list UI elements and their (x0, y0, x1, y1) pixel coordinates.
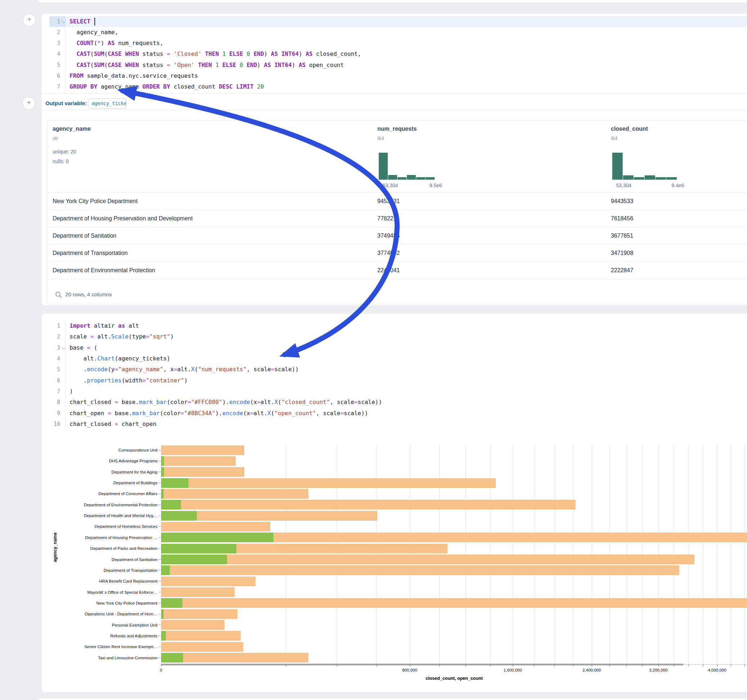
code-line[interactable]: 2 agency_name, (41, 27, 747, 38)
y-axis-label: Department of Housing Preservation … (41, 535, 157, 540)
y-axis-tick (159, 472, 161, 472)
open_count-bar (161, 598, 182, 608)
open_count-bar (161, 511, 197, 520)
code-text: COUNT(*) AS num_requests, (70, 38, 163, 48)
code-line[interactable]: 1import altair as alt (41, 320, 747, 331)
x-axis-title: closed_count, open_count (161, 676, 747, 681)
x-axis-tick (626, 664, 627, 667)
line-number: 2 (41, 27, 60, 38)
y-axis-tick (159, 581, 161, 582)
y-axis-tick (159, 603, 161, 603)
closed_count-bar (161, 489, 308, 499)
gutter-separator (65, 16, 66, 93)
code-line[interactable]: 2scale = alt.Scale(type="sqrt") (41, 331, 747, 342)
x-axis-tick (513, 664, 513, 667)
table-row[interactable]: Department of Sanitation37494853677651 (47, 227, 747, 245)
code-line[interactable]: 4 alt.Chart(agency_tickets) (41, 353, 747, 364)
table-row[interactable]: Department of Housing Preservation and D… (47, 210, 747, 228)
table-row[interactable]: New York City Police Department945313194… (47, 193, 747, 210)
code-line[interactable]: 8chart_closed = base.mark_bar(color="#FF… (41, 397, 747, 407)
x-axis-tick (689, 664, 689, 667)
add-cell-button-output[interactable]: + (22, 97, 35, 110)
column-header[interactable]: num_requests (377, 126, 417, 132)
code-line[interactable]: 3base = ( (41, 342, 747, 353)
y-axis-label: Department of Consumer Affairs (41, 491, 157, 496)
table-cell: New York City Police Department (53, 193, 138, 210)
x-axis-tick (674, 664, 674, 667)
code-line[interactable]: 1SELECT (41, 16, 747, 27)
code-line[interactable]: 10chart_closed + chart_open (41, 419, 747, 430)
x-axis-tick (592, 664, 592, 667)
line-number: 7 (41, 81, 60, 92)
code-line[interactable]: 6FROM sample_data.nyc.service_requests (41, 71, 747, 81)
y-axis-label: Senior Citizen Rent Increase Exempti… (41, 644, 157, 649)
line-number: 5 (41, 60, 60, 71)
search-icon[interactable] (55, 291, 62, 298)
closed_count-bar (161, 598, 747, 608)
y-axis-tick (159, 625, 161, 625)
table-cell: 3471908 (611, 244, 633, 262)
code-text: SELECT (70, 16, 94, 27)
y-axis-label: Department of Health and Mental Hyg… (41, 513, 157, 518)
column-header[interactable]: closed_count (611, 126, 648, 132)
sql-editor[interactable]: 1SELECT 2 agency_name,3 COUNT(*) AS num_… (41, 16, 747, 93)
x-axis-tick-label: 1,600,000 (504, 668, 522, 672)
y-axis-label: DHS Advantage Programs (41, 459, 157, 463)
x-axis-tick-label: 4,000,000 (708, 668, 726, 672)
y-axis-label: Personal Exemption Unit (41, 623, 157, 628)
code-line[interactable]: 6 .properties(width="container") (41, 375, 747, 386)
table-cell: Department of Transportation (53, 244, 127, 262)
histogram-bar (416, 177, 425, 180)
code-line[interactable]: 5 CAST(SUM(CASE WHEN status = 'Open' THE… (41, 60, 747, 71)
histogram-min-label: 53,304 (616, 183, 632, 188)
code-line[interactable]: 3 COUNT(*) AS num_requests, (41, 38, 747, 48)
open_count-bar (161, 565, 170, 575)
y-axis-label: Department of Parks and Recreation (41, 546, 157, 551)
y-axis-tick (159, 527, 161, 527)
altair-chart: Correspondence UnitDHS Advantage Program… (41, 436, 747, 688)
table-row[interactable]: Department of Environmental Protection22… (47, 262, 747, 279)
code-line[interactable]: 7) (41, 386, 747, 397)
y-axis-tick (159, 647, 161, 647)
x-axis-tick (609, 664, 610, 667)
code-line[interactable]: 4 CAST(SUM(CASE WHEN status = 'Closed' T… (41, 48, 747, 59)
code-line[interactable]: 9chart_open = base.mark_bar(color="#8BC3… (41, 408, 747, 419)
x-axis-tick-label: 800,000 (402, 668, 417, 672)
y-axis-tick (159, 658, 161, 658)
table-cell: 3774892 (377, 244, 400, 262)
line-number: 9 (41, 408, 60, 419)
code-line[interactable]: 5 .encode(y="agency_name", x=alt.X("num_… (41, 364, 747, 375)
table-cell: 7782211 (377, 210, 399, 227)
column-header[interactable]: agency_name (53, 126, 91, 132)
histogram-bar (426, 177, 435, 180)
table-cell: 2222847 (611, 262, 633, 279)
table-cell: 3677651 (611, 227, 633, 244)
code-text: ) (70, 386, 73, 397)
next-cell-edge (38, 698, 747, 700)
closed_count-bar (161, 642, 243, 652)
table-cell: 7618456 (611, 210, 633, 227)
histogram-bar (623, 175, 634, 180)
open_count-bar (161, 544, 236, 554)
open_count-bar (161, 478, 189, 488)
closed_count-bar (161, 478, 496, 488)
code-text: import altair as alt (70, 320, 139, 331)
output-variable-pill[interactable]: agency_tickets (88, 98, 127, 109)
y-axis-label: Operations Unit - Department of Hom… (41, 611, 157, 617)
table-cell: Department of Housing Preservation and D… (53, 210, 193, 227)
open_count-bar (161, 500, 181, 510)
closed_count-bar (161, 565, 679, 575)
line-number: 2 (41, 331, 60, 342)
code-line[interactable]: 7GROUP BY agency_name ORDER BY closed_co… (41, 81, 747, 92)
closed_count-bar (161, 467, 244, 477)
code-text: CAST(SUM(CASE WHEN status = 'Open' THEN … (70, 60, 344, 71)
add-cell-button-top[interactable]: + (23, 14, 36, 27)
python-editor[interactable]: 1import altair as alt2scale = alt.Scale(… (41, 320, 747, 430)
x-axis-tick (717, 664, 717, 667)
closed_count-bar (161, 500, 576, 510)
line-number: 4 (41, 353, 60, 364)
closed_count-bar (161, 522, 270, 531)
row-count-text: 20 rows, 4 columns (65, 291, 112, 297)
table-row[interactable]: Department of Transportation377489234719… (47, 244, 747, 262)
histogram-bar (398, 177, 407, 180)
